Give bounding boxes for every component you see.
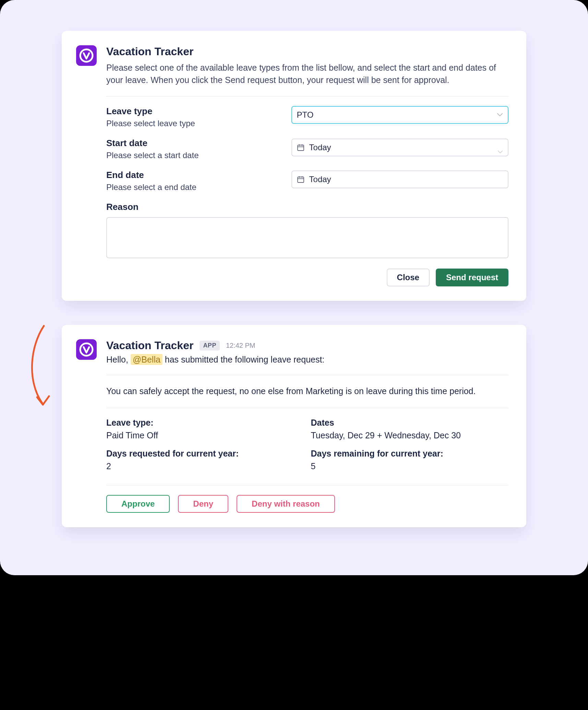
deny-with-reason-button[interactable]: Deny with reason bbox=[237, 495, 335, 513]
request-form-card: Vacation Tracker Please select one of th… bbox=[62, 31, 526, 301]
svg-rect-1 bbox=[298, 145, 304, 151]
approval-message-card: Vacation Tracker APP 12:42 PM Hello, @Be… bbox=[62, 325, 526, 528]
detail-days-remaining-label: Days remaining for current year: bbox=[311, 449, 509, 459]
start-date-help: Please select a start date bbox=[106, 151, 285, 160]
divider bbox=[106, 96, 508, 96]
start-date-row: Start date Please select a start date To… bbox=[106, 138, 508, 160]
leave-type-help: Please select leave type bbox=[106, 119, 285, 128]
reason-textarea[interactable] bbox=[106, 217, 508, 258]
approve-button[interactable]: Approve bbox=[106, 495, 170, 513]
chevron-down-icon bbox=[497, 150, 503, 154]
svg-rect-5 bbox=[298, 177, 304, 182]
close-button[interactable]: Close bbox=[387, 269, 430, 286]
start-date-input[interactable]: Today bbox=[291, 139, 508, 156]
end-date-label: End date bbox=[106, 170, 285, 180]
reason-row: Reason bbox=[106, 202, 508, 260]
send-request-button[interactable]: Send request bbox=[436, 269, 508, 286]
availability-info: You can safely accept the request, no on… bbox=[106, 385, 508, 398]
calendar-icon bbox=[297, 144, 304, 151]
request-details-grid: Leave type: Paid Time Off Dates Tuesday,… bbox=[106, 418, 508, 471]
end-date-help: Please select a end date bbox=[106, 182, 285, 192]
leave-type-label: Leave type bbox=[106, 106, 285, 117]
start-date-value: Today bbox=[309, 143, 331, 152]
dates-cell: Dates Tuesday, Dec 29 + Wednesday, Dec 3… bbox=[311, 418, 509, 440]
svg-point-9 bbox=[80, 343, 93, 356]
leave-type-row: Leave type Please select leave type PTO bbox=[106, 106, 508, 128]
svg-point-0 bbox=[80, 49, 93, 62]
detail-days-requested-value: 2 bbox=[106, 461, 304, 471]
divider bbox=[106, 485, 508, 485]
end-date-input[interactable]: Today bbox=[291, 170, 508, 188]
deny-button[interactable]: Deny bbox=[178, 495, 228, 513]
detail-dates-label: Dates bbox=[311, 418, 509, 428]
end-date-value: Today bbox=[309, 175, 331, 184]
app-logo-icon bbox=[76, 45, 97, 66]
divider bbox=[106, 375, 508, 375]
calendar-icon bbox=[297, 176, 304, 183]
message-timestamp: 12:42 PM bbox=[226, 342, 255, 350]
form-app-title: Vacation Tracker bbox=[106, 45, 508, 58]
detail-days-remaining-value: 5 bbox=[311, 461, 509, 471]
app-logo-icon bbox=[76, 339, 97, 360]
page-stage: Vacation Tracker Please select one of th… bbox=[0, 0, 588, 575]
detail-leave-type-label: Leave type: bbox=[106, 418, 304, 428]
divider bbox=[106, 408, 508, 408]
flow-arrow-icon bbox=[23, 322, 58, 412]
days-remaining-cell: Days remaining for current year: 5 bbox=[311, 449, 509, 471]
greeting-prefix: Hello, bbox=[106, 355, 131, 364]
app-badge: APP bbox=[200, 341, 220, 351]
user-mention[interactable]: @Bella bbox=[131, 354, 163, 365]
days-requested-cell: Days requested for current year: 2 bbox=[106, 449, 304, 471]
detail-leave-type-value: Paid Time Off bbox=[106, 430, 304, 440]
start-date-label: Start date bbox=[106, 138, 285, 149]
detail-dates-value: Tuesday, Dec 29 + Wednesday, Dec 30 bbox=[311, 430, 509, 440]
greeting-suffix: has submitted the following leave reques… bbox=[165, 355, 325, 364]
end-date-row: End date Please select a end date Today bbox=[106, 170, 508, 192]
message-app-title: Vacation Tracker bbox=[106, 339, 193, 352]
leave-type-value: PTO bbox=[297, 110, 314, 120]
approval-actions: Approve Deny Deny with reason bbox=[106, 495, 508, 513]
reason-label: Reason bbox=[106, 202, 508, 212]
message-header: Vacation Tracker APP 12:42 PM bbox=[106, 339, 508, 352]
chevron-down-icon bbox=[497, 113, 503, 117]
form-description: Please select one of the available leave… bbox=[106, 61, 508, 86]
leave-type-select[interactable]: PTO bbox=[291, 106, 508, 124]
form-actions: Close Send request bbox=[106, 269, 508, 286]
message-greeting: Hello, @Bella has submitted the followin… bbox=[106, 355, 508, 365]
detail-days-requested-label: Days requested for current year: bbox=[106, 449, 304, 459]
leave-type-cell: Leave type: Paid Time Off bbox=[106, 418, 304, 440]
